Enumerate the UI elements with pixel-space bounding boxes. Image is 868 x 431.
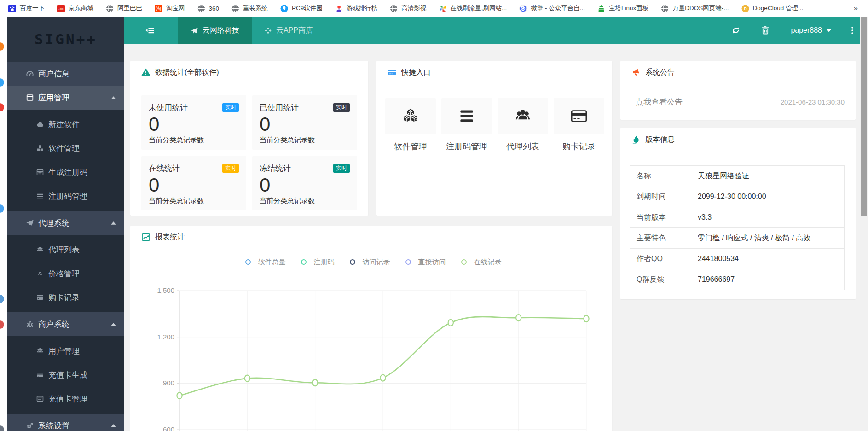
panel-icon-sliver	[0, 204, 4, 213]
sidebar-item-user-management[interactable]: 用户管理	[7, 339, 124, 363]
paper-plane-icon	[26, 219, 34, 227]
left-edge-strip	[0, 17, 7, 431]
announcement-date: 2021-06-23 01:30:30	[781, 98, 845, 106]
caret-up-icon	[111, 96, 116, 99]
header-actions: paper888	[731, 17, 856, 44]
bookmark-item[interactable]: 淘淘宝网	[155, 4, 185, 12]
bookmark-item[interactable]: 阿里巴巴	[106, 4, 142, 12]
legend-label: 在线记录	[474, 258, 502, 267]
quick-entry-label: 代理列表	[498, 141, 548, 152]
bookmarks-bar: 百度一下JD京东商城阿里巴巴淘淘宝网360重装系统PC9软件园游戏排行榜高清影视…	[0, 0, 868, 17]
sidebar-item-label: 生成注册码	[48, 167, 87, 178]
doge-icon: D	[741, 5, 749, 12]
quick-entry-software-management[interactable]: 软件管理	[385, 98, 436, 152]
sidebar-item-app-management[interactable]: 应用管理	[7, 86, 124, 110]
users-group-icon	[513, 106, 532, 126]
svg-text:900: 900	[163, 379, 174, 387]
quick-entry-label: 注册码管理	[441, 141, 492, 152]
sidebar-item-label: 商户系统	[38, 319, 69, 330]
stats-card: 数据统计(全部软件) 未使用统计 实时 0 当前分类总记录数 已使用统计 实时 …	[130, 61, 368, 216]
sidebar-item-recharge-card-management[interactable]: 充值卡管理	[7, 387, 124, 411]
announcement-body: 点我查看公告 2021-06-23 01:30:30	[620, 84, 856, 120]
weiqin-icon	[519, 5, 527, 12]
legend-item-访问记录[interactable]: 访问记录	[346, 258, 390, 267]
bookmark-item[interactable]: PC9软件园	[280, 4, 323, 12]
realtime-badge: 实时	[222, 164, 239, 173]
view-announcement-link[interactable]: 点我查看公告	[636, 97, 683, 107]
bookmark-item[interactable]: 重装系统	[231, 4, 268, 12]
bookmark-item[interactable]: JD京东商城	[57, 4, 93, 12]
legend-marker-icon	[346, 259, 359, 265]
version-info-header: 版本信息	[620, 128, 856, 151]
credit-card-blue-icon	[388, 68, 397, 77]
bookmarks-overflow-chevron[interactable]: »	[850, 4, 868, 13]
stats-card-title: 数据统计(全部软件)	[155, 68, 219, 77]
legend-marker-icon	[457, 259, 471, 265]
realtime-badge: 实时	[222, 103, 239, 112]
stat-box-frozen-stat: 冻结统计 实时 0 当前分类总记录数	[252, 156, 357, 210]
sidebar-item-agent-list[interactable]: 代理列表	[7, 238, 124, 262]
legend-marker-icon	[297, 259, 311, 265]
sidebar-item-label: 代理列表	[48, 245, 80, 255]
sidebar-item-software-management[interactable]: 软件管理	[7, 136, 124, 160]
sidebar-item-card-purchase-records[interactable]: 购卡记录	[7, 285, 124, 309]
quick-entry-regcode-management[interactable]: 注册码管理	[441, 98, 492, 152]
user-menu[interactable]: paper888	[791, 26, 832, 35]
collapse-sidebar-icon[interactable]	[145, 25, 156, 36]
version-table-row: Q群反馈719666697	[630, 269, 845, 290]
bookmark-label: 微擎 - 公众平台自...	[531, 4, 585, 12]
bookmark-item[interactable]: 高清影视	[390, 4, 426, 12]
refresh-icon[interactable]	[731, 25, 741, 35]
panel-icon-sliver	[0, 42, 4, 51]
sidebar-item-merchant-info[interactable]: 商户信息	[7, 62, 124, 86]
svg-text:600: 600	[163, 425, 174, 431]
bookmark-item[interactable]: 百度一下	[8, 4, 45, 12]
tab-cloud-app-store[interactable]: 云APP商店	[252, 17, 325, 44]
bookmark-label: 游戏排行榜	[347, 4, 378, 12]
trash-icon[interactable]	[760, 25, 770, 35]
globe-icon	[106, 5, 114, 12]
stat-sublabel: 当前分类总记录数	[260, 197, 350, 205]
quick-entry-header: 快捷入口	[376, 61, 612, 84]
report-chart-card: 报表统计 软件总量 注册码 访问记录 直接访问 在线记录 6009001,200…	[130, 226, 612, 431]
sidebar-item-regcode-management[interactable]: 注册码管理	[7, 184, 124, 208]
legend-item-注册码[interactable]: 注册码	[297, 258, 335, 267]
sidebar-item-agent-system[interactable]: 代理系统	[7, 211, 124, 235]
globe-icon	[390, 5, 398, 12]
main-content: 数据统计(全部软件) 未使用统计 实时 0 当前分类总记录数 已使用统计 实时 …	[124, 44, 860, 431]
legend-marker-icon	[241, 259, 255, 265]
username: paper888	[791, 26, 822, 35]
kebab-menu-icon[interactable]	[848, 25, 856, 35]
bookmark-label: 京东商城	[69, 4, 93, 12]
bookmark-item[interactable]: 360	[197, 5, 220, 12]
bookmark-item[interactable]: 游戏排行榜	[335, 4, 378, 12]
stat-box-online-stat: 在线统计 实时 0 当前分类总记录数	[141, 156, 246, 210]
legend-item-软件总量[interactable]: 软件总量	[241, 258, 286, 267]
scrollbar-thumb[interactable]	[861, 17, 867, 216]
sidebar-item-merchant-system[interactable]: 商户系统	[7, 312, 124, 336]
bookmark-item[interactable]: 微擎 - 公众平台自...	[519, 4, 585, 12]
bookmark-item[interactable]: DDogeCloud 管理...	[741, 4, 804, 12]
bookmark-item[interactable]: 万量DDOS网页端-...	[661, 4, 729, 12]
legend-item-在线记录[interactable]: 在线记录	[457, 258, 502, 267]
sidebar-item-price-management[interactable]: 价格管理	[7, 262, 124, 285]
version-row-value: 天狼星网络验证	[691, 166, 845, 186]
report-chart-title: 报表统计	[155, 233, 185, 242]
sidebar-item-recharge-card-generate[interactable]: 充值卡生成	[7, 363, 124, 387]
bookmark-item[interactable]: 在线刷流量,刷网站...	[439, 4, 507, 12]
stat-value: 0	[149, 174, 239, 196]
tab-cloud-network-tech[interactable]: 云网络科技	[178, 17, 252, 44]
version-row-key: 名称	[630, 166, 691, 186]
legend-item-直接访问[interactable]: 直接访问	[401, 258, 446, 267]
sidebar-item-system-settings[interactable]: 系统设置	[7, 414, 124, 431]
stat-label: 在线统计	[149, 163, 180, 174]
quick-entry-agent-list[interactable]: 代理列表	[498, 98, 548, 152]
sidebar-item-new-software[interactable]: 新建软件	[7, 112, 124, 136]
sidebar-item-generate-regcode[interactable]: 生成注册码	[7, 160, 124, 184]
sidebar-submenu: 代理列表价格管理购卡记录	[7, 235, 124, 312]
panel-icon-sliver	[0, 320, 4, 329]
quick-entry-card-purchase-records[interactable]: 购卡记录	[554, 98, 604, 152]
bookmark-item[interactable]: 宝塔Linux面板	[597, 4, 648, 12]
chart-line-icon	[141, 233, 150, 242]
gauge-icon	[26, 70, 34, 78]
